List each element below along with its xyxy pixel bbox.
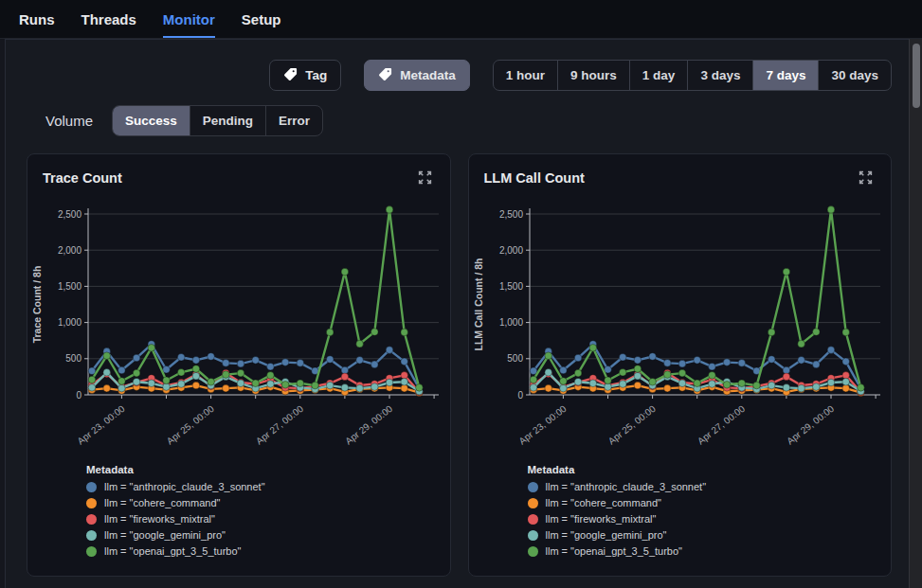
svg-text:Trace Count / 8h: Trace Count / 8h <box>31 266 43 344</box>
svg-text:2,500: 2,500 <box>498 209 522 220</box>
legend-color-dot <box>528 546 538 557</box>
tag-filter-button[interactable]: Tag <box>269 60 341 91</box>
legend-item: llm = "anthropic_claude_3_sonnet" <box>528 481 892 492</box>
charts-row: Trace Count 05001,0001,5002,0002,500Apr … <box>27 153 892 577</box>
chart-title: Trace Count <box>43 170 122 186</box>
svg-text:Apr 25, 00:00: Apr 25, 00:00 <box>606 403 657 447</box>
nav-item-setup[interactable]: Setup <box>242 0 281 38</box>
svg-text:Apr 27, 00:00: Apr 27, 00:00 <box>695 403 746 447</box>
vertical-scrollbar[interactable] <box>909 39 922 588</box>
legend-item: llm = "anthropic_claude_3_sonnet" <box>86 481 450 492</box>
legend-item: llm = "openai_gpt_3_5_turbo" <box>528 545 892 557</box>
chart-title: LLM Call Count <box>484 170 585 186</box>
svg-text:Apr 25, 00:00: Apr 25, 00:00 <box>165 403 216 447</box>
monitor-panel: Tag Metadata 1 hour9 hours1 day3 days7 d… <box>5 39 909 588</box>
legend-color-dot <box>528 482 538 492</box>
svg-text:500: 500 <box>507 353 523 364</box>
svg-text:2,000: 2,000 <box>498 245 522 256</box>
nav-item-runs[interactable]: Runs <box>19 0 55 38</box>
legend-color-dot <box>86 498 97 508</box>
svg-text:1,500: 1,500 <box>498 281 522 292</box>
tag-filter-label: Tag <box>305 68 327 82</box>
legend-items: llm = "anthropic_claude_3_sonnet"llm = "… <box>528 481 892 557</box>
line-chart: 05001,0001,5002,0002,500Apr 23, 00:00Apr… <box>469 191 892 458</box>
legend-item: llm = "fireworks_mixtral" <box>86 513 450 525</box>
svg-text:Apr 29, 00:00: Apr 29, 00:00 <box>785 403 836 447</box>
legend-title: Metadata <box>528 464 892 475</box>
legend-items: llm = "anthropic_claude_3_sonnet"llm = "… <box>86 481 450 557</box>
volume-row: Volume SuccessPendingError <box>45 105 909 136</box>
legend-title: Metadata <box>86 464 450 475</box>
legend-label: llm = "fireworks_mixtral" <box>104 513 215 525</box>
svg-text:Apr 29, 00:00: Apr 29, 00:00 <box>343 403 394 447</box>
chart-legend: Metadata llm = "anthropic_claude_3_sonne… <box>528 464 892 557</box>
legend-label: llm = "openai_gpt_3_5_turbo" <box>104 545 242 557</box>
svg-text:Apr 23, 00:00: Apr 23, 00:00 <box>76 403 127 447</box>
svg-text:0: 0 <box>517 390 523 401</box>
legend-item: llm = "cohere_command" <box>86 497 450 508</box>
chart-legend: Metadata llm = "anthropic_claude_3_sonne… <box>86 464 450 557</box>
legend-color-dot <box>86 482 97 492</box>
legend-item: llm = "google_gemini_pro" <box>528 529 892 541</box>
time-range-30-days[interactable]: 30 days <box>818 61 891 90</box>
svg-text:Apr 23, 00:00: Apr 23, 00:00 <box>516 403 568 447</box>
svg-text:500: 500 <box>65 353 81 364</box>
legend-item: llm = "cohere_command" <box>528 497 892 508</box>
legend-label: llm = "anthropic_claude_3_sonnet" <box>546 481 707 492</box>
top-nav: RunsThreadsMonitorSetup <box>0 0 922 39</box>
legend-label: llm = "openai_gpt_3_5_turbo" <box>546 545 683 557</box>
line-chart: 05001,0001,5002,0002,500Apr 23, 00:00Apr… <box>27 191 450 458</box>
expand-icon[interactable] <box>856 168 876 187</box>
scrollbar-thumb[interactable] <box>913 44 920 108</box>
nav-item-monitor[interactable]: Monitor <box>163 0 215 38</box>
legend-color-dot <box>86 514 97 525</box>
legend-label: llm = "cohere_command" <box>104 497 220 508</box>
legend-label: llm = "anthropic_claude_3_sonnet" <box>104 481 265 492</box>
legend-label: llm = "google_gemini_pro" <box>546 529 667 541</box>
legend-label: llm = "google_gemini_pro" <box>104 529 226 541</box>
legend-label: llm = "cohere_command" <box>546 497 661 508</box>
expand-icon[interactable] <box>415 168 435 187</box>
legend-color-dot <box>86 530 97 541</box>
svg-text:0: 0 <box>76 390 81 401</box>
trace-count-card: Trace Count 05001,0001,5002,0002,500Apr … <box>27 153 451 577</box>
svg-text:2,000: 2,000 <box>58 245 81 256</box>
volume-tab-error[interactable]: Error <box>265 106 322 135</box>
legend-label: llm = "fireworks_mixtral" <box>546 513 657 525</box>
time-range-3-days[interactable]: 3 days <box>687 61 752 90</box>
volume-label: Volume <box>45 113 93 129</box>
tag-icon <box>283 67 298 84</box>
llm-call-count-card: LLM Call Count 05001,0001,5002,0002,500A… <box>468 153 893 577</box>
legend-color-dot <box>528 514 538 525</box>
svg-text:1,500: 1,500 <box>58 281 81 292</box>
time-range-1-day[interactable]: 1 day <box>629 61 688 90</box>
legend-item: llm = "fireworks_mixtral" <box>528 513 892 525</box>
time-range-9-hours[interactable]: 9 hours <box>557 61 629 90</box>
filters-row: Tag Metadata 1 hour9 hours1 day3 days7 d… <box>6 60 892 91</box>
time-range-group: 1 hour9 hours1 day3 days7 days30 days <box>493 60 892 91</box>
volume-tab-pending[interactable]: Pending <box>190 106 265 135</box>
volume-status-tabs: SuccessPendingError <box>112 105 323 136</box>
legend-color-dot <box>528 498 538 508</box>
volume-tab-success[interactable]: Success <box>113 106 190 135</box>
legend-item: llm = "google_gemini_pro" <box>86 529 450 541</box>
svg-text:1,000: 1,000 <box>498 317 522 328</box>
time-range-7-days[interactable]: 7 days <box>752 61 818 90</box>
legend-color-dot <box>86 546 97 557</box>
legend-color-dot <box>528 530 538 541</box>
svg-text:2,500: 2,500 <box>58 209 81 220</box>
svg-text:LLM Call Count / 8h: LLM Call Count / 8h <box>473 258 484 351</box>
time-range-1-hour[interactable]: 1 hour <box>494 61 557 90</box>
nav-item-threads[interactable]: Threads <box>81 0 136 38</box>
svg-text:Apr 27, 00:00: Apr 27, 00:00 <box>254 403 305 447</box>
legend-item: llm = "openai_gpt_3_5_turbo" <box>86 545 450 557</box>
svg-text:1,000: 1,000 <box>58 317 81 328</box>
metadata-filter-label: Metadata <box>400 68 456 82</box>
metadata-filter-button[interactable]: Metadata <box>364 60 470 91</box>
tag-icon <box>378 67 392 84</box>
